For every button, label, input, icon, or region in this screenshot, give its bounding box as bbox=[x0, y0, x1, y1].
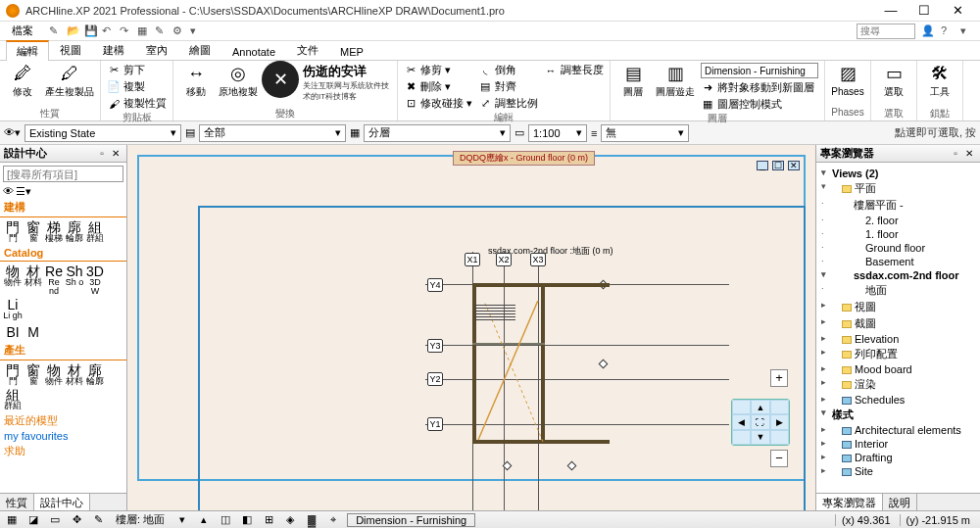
qat-save-icon[interactable]: 💾 bbox=[84, 24, 98, 38]
dc-link-fav[interactable]: my favourites bbox=[0, 429, 126, 443]
qat-grid-icon[interactable]: ▦ bbox=[137, 24, 151, 38]
dc-tool-組[interactable]: 組群組 bbox=[85, 219, 105, 243]
tree-f2[interactable]: 2. floor bbox=[818, 214, 978, 227]
dc-tool-Re[interactable]: ReRe nd bbox=[44, 264, 64, 296]
qat-more-icon[interactable]: ▾ bbox=[190, 24, 204, 38]
dc-tool-M[interactable]: M bbox=[24, 324, 43, 339]
trim-button[interactable]: ✂修剪▾ bbox=[404, 63, 472, 77]
dc-tab-dc[interactable]: 設計中心 bbox=[34, 494, 90, 510]
scale-dropdown[interactable]: 1:100▾ bbox=[528, 124, 587, 142]
copy-props-button[interactable]: 🖌複製性質 bbox=[107, 96, 167, 111]
minimize-button[interactable]: — bbox=[874, 1, 907, 21]
status-tool-icon[interactable]: ✎ bbox=[90, 513, 106, 526]
tab-interior[interactable]: 室內 bbox=[135, 40, 178, 60]
status-model-icon[interactable]: ▦ bbox=[4, 513, 20, 526]
dc-tool-物[interactable]: 物物件 bbox=[44, 362, 64, 386]
move-to-layer-button[interactable]: ➜將對象移動到新圖層 bbox=[701, 80, 818, 95]
tab-build[interactable]: 建構 bbox=[92, 40, 135, 60]
drawing-canvas[interactable]: DQDQ應繪x - Ground floor (0 m) _☐✕ ssdax.c… bbox=[137, 155, 806, 481]
tree-site[interactable]: Site bbox=[818, 464, 978, 478]
all-dropdown[interactable]: 全部▾ bbox=[199, 124, 346, 142]
menu-dropdown-icon[interactable]: ▾ bbox=[960, 24, 974, 38]
qat-settings-icon[interactable]: ⚙ bbox=[172, 24, 186, 38]
select-button[interactable]: ▭選取 bbox=[877, 63, 910, 97]
copy-button[interactable]: 📄複製 bbox=[107, 79, 167, 94]
zoom-in-button[interactable]: + bbox=[770, 369, 788, 387]
tree-render[interactable]: 渲染 bbox=[818, 376, 978, 393]
dc-tool-廓[interactable]: 廓輪廓 bbox=[85, 362, 105, 386]
opt-line-icon[interactable]: ≡ bbox=[591, 127, 597, 139]
tree-views[interactable]: Views (2) bbox=[818, 167, 978, 180]
tab-mep[interactable]: MEP bbox=[329, 43, 374, 60]
duplicate-button[interactable]: 🖊產生複製品 bbox=[45, 63, 94, 97]
status-misc3-icon[interactable]: ⊞ bbox=[261, 513, 276, 526]
tree-elev[interactable]: Elevation bbox=[818, 332, 978, 346]
layer-combo[interactable] bbox=[701, 63, 818, 78]
dc-tool-門[interactable]: 門門 bbox=[3, 362, 23, 386]
pb-close-icon[interactable]: ✕ bbox=[962, 148, 976, 159]
status-misc5-icon[interactable]: ▓ bbox=[304, 514, 319, 526]
tools-button[interactable]: 🛠工具 bbox=[923, 63, 956, 97]
dc-list-icon[interactable]: ☰▾ bbox=[16, 185, 31, 198]
line-dropdown[interactable]: 無▾ bbox=[601, 124, 689, 142]
tree-floorplan[interactable]: 樓層平面 - bbox=[818, 197, 978, 214]
opt-scale-icon[interactable]: ▭ bbox=[514, 126, 524, 139]
pb-pin-icon[interactable]: ▫ bbox=[949, 148, 962, 159]
status-misc4-icon[interactable]: ◈ bbox=[282, 513, 298, 526]
user-icon[interactable]: 👤 bbox=[921, 24, 935, 38]
phases-button[interactable]: ▨Phases bbox=[831, 63, 864, 97]
dc-tool-Sh[interactable]: ShSh o bbox=[65, 264, 84, 296]
dc-tool-BI[interactable]: BI bbox=[3, 324, 23, 339]
modify-button[interactable]: 🖉修改 bbox=[6, 63, 39, 97]
tree-draft[interactable]: Drafting bbox=[818, 451, 978, 464]
tree-interior[interactable]: Interior bbox=[818, 437, 978, 451]
dc-filter-icon[interactable]: 👁 bbox=[3, 185, 14, 198]
status-3d-icon[interactable]: ◪ bbox=[25, 513, 41, 526]
qat-undo-icon[interactable]: ↶ bbox=[102, 24, 116, 38]
help-icon[interactable]: ? bbox=[941, 24, 955, 38]
status-nav-icon[interactable]: ✥ bbox=[69, 513, 84, 526]
tab-annotate[interactable]: Annotate bbox=[221, 43, 286, 60]
dc-tool-材[interactable]: 材材料 bbox=[65, 362, 84, 386]
dc-tool-梯[interactable]: 梯樓梯 bbox=[44, 219, 64, 243]
dc-search-input[interactable] bbox=[3, 166, 123, 182]
dc-tool-材[interactable]: 材材料 bbox=[24, 264, 43, 296]
tree-ground[interactable]: 地面 bbox=[818, 282, 978, 299]
tree-current-floor[interactable]: ssdax.com-2nd floor bbox=[818, 268, 978, 282]
dc-tool-窗[interactable]: 窗窗 bbox=[24, 219, 43, 243]
dc-tool-組[interactable]: 組群組 bbox=[3, 387, 23, 410]
tree-plan[interactable]: 平面 bbox=[818, 180, 978, 197]
align-button[interactable]: ▤對齊 bbox=[478, 79, 538, 94]
layer-button[interactable]: ▤圖層 bbox=[616, 63, 650, 97]
tab-draw[interactable]: 繪圖 bbox=[178, 40, 221, 60]
viewport-max-icon[interactable]: ☐ bbox=[772, 161, 784, 170]
scale-button[interactable]: ⤢調整比例 bbox=[478, 96, 538, 111]
dc-pin-icon[interactable]: ▫ bbox=[95, 148, 109, 159]
fillet-button[interactable]: ◟倒角 bbox=[478, 63, 538, 77]
dc-link-help[interactable]: 求助 bbox=[0, 443, 126, 459]
status-view-icon[interactable]: ▭ bbox=[47, 513, 63, 526]
status-layer-combo[interactable]: Dimension - Furnishing bbox=[347, 513, 475, 527]
dc-tool-窗[interactable]: 窗窗 bbox=[24, 362, 43, 386]
qat-redo-icon[interactable]: ↷ bbox=[120, 24, 133, 38]
status-misc2-icon[interactable]: ◧ bbox=[239, 513, 255, 526]
tree-gf[interactable]: Ground floor bbox=[818, 241, 978, 255]
opt-layer-icon[interactable]: ▤ bbox=[185, 126, 195, 139]
tree-sched[interactable]: Schedules bbox=[818, 393, 978, 407]
pb-tab-help[interactable]: 說明 bbox=[883, 494, 917, 510]
tree-f1[interactable]: 1. floor bbox=[818, 227, 978, 241]
maximize-button[interactable]: ☐ bbox=[907, 1, 941, 21]
tree-mood[interactable]: Mood board bbox=[818, 362, 978, 376]
status-down-icon[interactable]: ▾ bbox=[174, 513, 190, 526]
search-input[interactable] bbox=[857, 24, 915, 39]
tree-print[interactable]: 列印配置 bbox=[818, 346, 978, 362]
status-misc1-icon[interactable]: ◫ bbox=[218, 513, 233, 526]
close-button[interactable]: ✕ bbox=[941, 1, 974, 21]
delete-button[interactable]: ✖刪除▾ bbox=[404, 79, 472, 94]
modify-join-button[interactable]: ⊡修改碰接▾ bbox=[404, 96, 472, 111]
dc-tool-Li[interactable]: LiLi gh bbox=[3, 297, 23, 320]
status-up-icon[interactable]: ▴ bbox=[196, 513, 212, 526]
dc-close-icon[interactable]: ✕ bbox=[109, 148, 122, 159]
menu-file[interactable]: 檔案 bbox=[6, 24, 39, 38]
cut-button[interactable]: ✂剪下 bbox=[107, 63, 167, 77]
